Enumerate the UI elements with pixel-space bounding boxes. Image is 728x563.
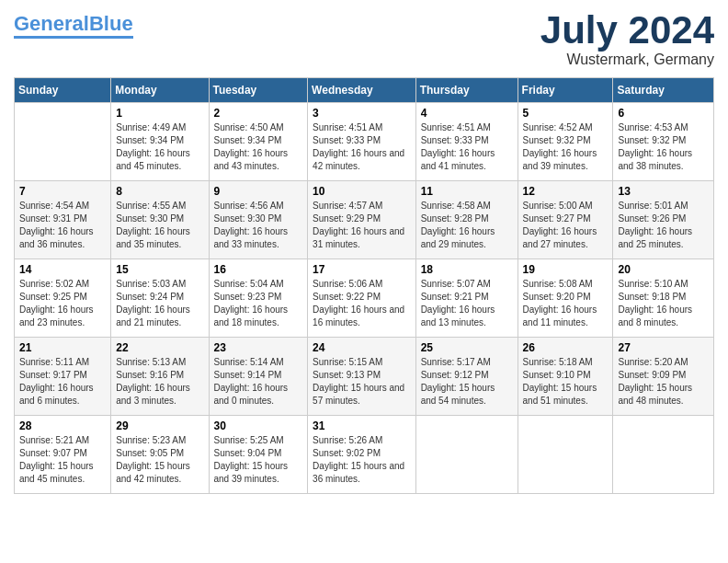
calendar-cell: 30Sunrise: 5:25 AMSunset: 9:04 PMDayligh… — [209, 416, 308, 494]
location: Wustermark, Germany — [540, 52, 714, 68]
calendar-cell: 29Sunrise: 5:23 AMSunset: 9:05 PMDayligh… — [111, 416, 209, 494]
logo-text: GeneralBlue — [14, 14, 133, 34]
calendar-cell: 10Sunrise: 4:57 AMSunset: 9:29 PMDayligh… — [308, 181, 416, 259]
calendar-header-row: SundayMondayTuesdayWednesdayThursdayFrid… — [15, 78, 714, 103]
calendar-table: SundayMondayTuesdayWednesdayThursdayFrid… — [14, 77, 714, 494]
day-number: 5 — [523, 107, 609, 120]
calendar-cell: 15Sunrise: 5:03 AMSunset: 9:24 PMDayligh… — [111, 259, 209, 338]
calendar-cell: 8Sunrise: 4:55 AMSunset: 9:30 PMDaylight… — [111, 181, 209, 259]
header-friday: Friday — [518, 78, 613, 103]
logo-underline — [14, 36, 133, 39]
day-info: Sunrise: 5:02 AMSunset: 9:25 PMDaylight:… — [19, 278, 106, 329]
calendar-cell: 16Sunrise: 5:04 AMSunset: 9:23 PMDayligh… — [209, 259, 308, 338]
day-number: 17 — [313, 263, 411, 276]
calendar-cell: 12Sunrise: 5:00 AMSunset: 9:27 PMDayligh… — [518, 181, 613, 259]
day-number: 22 — [116, 341, 203, 354]
day-info: Sunrise: 5:07 AMSunset: 9:21 PMDaylight:… — [421, 278, 513, 329]
calendar-cell — [613, 416, 714, 494]
day-number: 28 — [19, 419, 106, 432]
calendar-cell — [415, 416, 518, 494]
calendar-cell: 3Sunrise: 4:51 AMSunset: 9:33 PMDaylight… — [308, 103, 416, 181]
calendar-cell: 5Sunrise: 4:52 AMSunset: 9:32 PMDaylight… — [518, 103, 613, 181]
day-number: 10 — [313, 185, 411, 198]
calendar-cell: 1Sunrise: 4:49 AMSunset: 9:34 PMDaylight… — [111, 103, 209, 181]
day-number: 23 — [214, 341, 303, 354]
day-info: Sunrise: 4:52 AMSunset: 9:32 PMDaylight:… — [523, 121, 609, 173]
month-title: July 2024 — [540, 9, 714, 52]
calendar-cell: 13Sunrise: 5:01 AMSunset: 9:26 PMDayligh… — [613, 181, 714, 259]
day-number: 20 — [618, 263, 709, 276]
day-number: 26 — [523, 341, 609, 354]
logo-general: General — [14, 12, 89, 35]
calendar-cell — [518, 416, 613, 494]
day-number: 15 — [116, 263, 203, 276]
day-number: 25 — [421, 341, 513, 354]
calendar-cell: 9Sunrise: 4:56 AMSunset: 9:30 PMDaylight… — [209, 181, 308, 259]
day-info: Sunrise: 4:51 AMSunset: 9:33 PMDaylight:… — [421, 121, 513, 173]
calendar-cell: 21Sunrise: 5:11 AMSunset: 9:17 PMDayligh… — [15, 338, 111, 416]
header-thursday: Thursday — [415, 78, 518, 103]
day-number: 31 — [313, 419, 411, 432]
day-info: Sunrise: 5:11 AMSunset: 9:17 PMDaylight:… — [19, 356, 106, 408]
logo-blue: Blue — [89, 12, 133, 35]
day-info: Sunrise: 4:49 AMSunset: 9:34 PMDaylight:… — [116, 121, 203, 173]
day-number: 4 — [421, 107, 513, 120]
day-info: Sunrise: 4:51 AMSunset: 9:33 PMDaylight:… — [313, 121, 411, 173]
header-sunday: Sunday — [15, 78, 111, 103]
day-info: Sunrise: 4:56 AMSunset: 9:30 PMDaylight:… — [214, 200, 303, 251]
calendar-week-row: 14Sunrise: 5:02 AMSunset: 9:25 PMDayligh… — [15, 259, 714, 338]
day-number: 14 — [19, 263, 106, 276]
day-info: Sunrise: 5:06 AMSunset: 9:22 PMDaylight:… — [313, 278, 411, 329]
day-info: Sunrise: 5:18 AMSunset: 9:10 PMDaylight:… — [523, 356, 609, 408]
day-number: 6 — [618, 107, 709, 120]
day-number: 13 — [618, 185, 709, 198]
header-wednesday: Wednesday — [308, 78, 416, 103]
day-info: Sunrise: 4:53 AMSunset: 9:32 PMDaylight:… — [618, 121, 709, 173]
calendar-week-row: 28Sunrise: 5:21 AMSunset: 9:07 PMDayligh… — [15, 416, 714, 494]
day-info: Sunrise: 5:14 AMSunset: 9:14 PMDaylight:… — [214, 356, 303, 408]
day-number: 9 — [214, 185, 303, 198]
day-info: Sunrise: 4:58 AMSunset: 9:28 PMDaylight:… — [421, 200, 513, 251]
day-number: 16 — [214, 263, 303, 276]
day-info: Sunrise: 5:23 AMSunset: 9:05 PMDaylight:… — [116, 434, 203, 486]
day-number: 7 — [19, 185, 106, 198]
day-number: 2 — [214, 107, 303, 120]
day-number: 27 — [618, 341, 709, 354]
day-info: Sunrise: 5:00 AMSunset: 9:27 PMDaylight:… — [523, 200, 609, 251]
title-area: July 2024 Wustermark, Germany — [540, 9, 714, 68]
day-info: Sunrise: 5:15 AMSunset: 9:13 PMDaylight:… — [313, 356, 411, 408]
day-info: Sunrise: 4:50 AMSunset: 9:34 PMDaylight:… — [214, 121, 303, 173]
day-info: Sunrise: 5:17 AMSunset: 9:12 PMDaylight:… — [421, 356, 513, 408]
calendar-cell: 17Sunrise: 5:06 AMSunset: 9:22 PMDayligh… — [308, 259, 416, 338]
calendar-cell: 26Sunrise: 5:18 AMSunset: 9:10 PMDayligh… — [518, 338, 613, 416]
calendar-cell: 7Sunrise: 4:54 AMSunset: 9:31 PMDaylight… — [15, 181, 111, 259]
calendar-week-row: 7Sunrise: 4:54 AMSunset: 9:31 PMDaylight… — [15, 181, 714, 259]
day-info: Sunrise: 5:01 AMSunset: 9:26 PMDaylight:… — [618, 200, 709, 251]
day-info: Sunrise: 5:21 AMSunset: 9:07 PMDaylight:… — [19, 434, 106, 486]
day-info: Sunrise: 5:13 AMSunset: 9:16 PMDaylight:… — [116, 356, 203, 408]
day-info: Sunrise: 5:20 AMSunset: 9:09 PMDaylight:… — [618, 356, 709, 408]
calendar-cell: 27Sunrise: 5:20 AMSunset: 9:09 PMDayligh… — [613, 338, 714, 416]
calendar-cell: 23Sunrise: 5:14 AMSunset: 9:14 PMDayligh… — [209, 338, 308, 416]
calendar-cell: 11Sunrise: 4:58 AMSunset: 9:28 PMDayligh… — [415, 181, 518, 259]
header-saturday: Saturday — [613, 78, 714, 103]
header-monday: Monday — [111, 78, 209, 103]
calendar-cell: 19Sunrise: 5:08 AMSunset: 9:20 PMDayligh… — [518, 259, 613, 338]
day-number: 11 — [421, 185, 513, 198]
header: GeneralBlue July 2024 Wustermark, German… — [14, 9, 714, 68]
day-info: Sunrise: 5:03 AMSunset: 9:24 PMDaylight:… — [116, 278, 203, 329]
day-info: Sunrise: 5:04 AMSunset: 9:23 PMDaylight:… — [214, 278, 303, 329]
calendar-cell: 4Sunrise: 4:51 AMSunset: 9:33 PMDaylight… — [415, 103, 518, 181]
day-info: Sunrise: 5:08 AMSunset: 9:20 PMDaylight:… — [523, 278, 609, 329]
calendar-cell: 22Sunrise: 5:13 AMSunset: 9:16 PMDayligh… — [111, 338, 209, 416]
day-number: 1 — [116, 107, 203, 120]
day-number: 18 — [421, 263, 513, 276]
day-number: 24 — [313, 341, 411, 354]
day-info: Sunrise: 4:57 AMSunset: 9:29 PMDaylight:… — [313, 200, 411, 251]
calendar-week-row: 21Sunrise: 5:11 AMSunset: 9:17 PMDayligh… — [15, 338, 714, 416]
day-number: 21 — [19, 341, 106, 354]
calendar-cell: 6Sunrise: 4:53 AMSunset: 9:32 PMDaylight… — [613, 103, 714, 181]
day-info: Sunrise: 5:10 AMSunset: 9:18 PMDaylight:… — [618, 278, 709, 329]
calendar-cell: 28Sunrise: 5:21 AMSunset: 9:07 PMDayligh… — [15, 416, 111, 494]
day-number: 12 — [523, 185, 609, 198]
